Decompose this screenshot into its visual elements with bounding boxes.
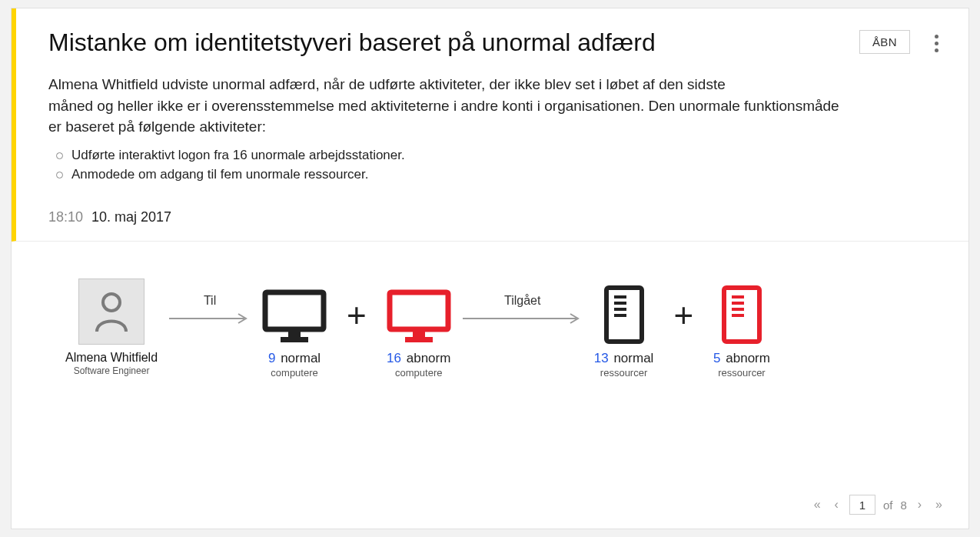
- server-icon: [603, 279, 645, 345]
- svg-rect-13: [614, 314, 626, 317]
- plus-icon: +: [673, 299, 693, 332]
- alert-title: Mistanke om identitetstyveri baseret på …: [48, 28, 932, 57]
- svg-rect-16: [732, 302, 744, 305]
- user-avatar-icon: [78, 279, 145, 345]
- svg-rect-2: [265, 292, 324, 329]
- svg-rect-18: [732, 314, 744, 317]
- resources-normal-node: 13 normal ressourcer: [594, 279, 654, 379]
- svg-rect-6: [413, 331, 425, 337]
- activity-item: Udførte interaktivt logon fra 16 unormal…: [56, 145, 932, 165]
- user-name: Almena Whitfield: [65, 351, 158, 365]
- arrow-accessed: Tilgået: [457, 294, 588, 326]
- activity-diagram: Almena Whitfield Software Engineer Til 9: [12, 242, 968, 379]
- user-role: Software Engineer: [74, 365, 150, 376]
- metric: 5 abnorm: [713, 351, 770, 366]
- pager-current-input[interactable]: [849, 495, 875, 515]
- open-button[interactable]: ÅBN: [859, 30, 910, 54]
- arrow-label: Tilgået: [504, 294, 540, 308]
- timestamp: 18:10 10. maj 2017: [48, 209, 932, 225]
- metric-sub: ressourcer: [600, 367, 647, 379]
- computers-normal-node: 9 normal computere: [262, 279, 327, 379]
- description-line: er baseret på følgende aktiviteter:: [48, 118, 266, 135]
- arrow-icon: [461, 311, 584, 326]
- metric-label: abnorm: [726, 351, 770, 365]
- metric-sub: computere: [271, 367, 317, 379]
- server-icon: [721, 279, 762, 345]
- activity-item: Anmodede om adgang til fem unormale ress…: [56, 165, 932, 185]
- metric: 16 abnorm: [387, 351, 450, 366]
- metric-label: abnorm: [407, 351, 451, 365]
- svg-rect-5: [390, 292, 448, 329]
- svg-rect-17: [732, 308, 744, 311]
- svg-rect-7: [405, 337, 433, 342]
- pager-prev-icon[interactable]: ‹: [832, 496, 842, 513]
- alert-card: Mistanke om identitetstyveri baseret på …: [11, 8, 969, 529]
- pager-total: 8: [900, 499, 906, 512]
- metric-label: normal: [613, 351, 653, 365]
- metric-count: 13: [594, 351, 609, 365]
- activity-list: Udførte interaktivt logon fra 16 unormal…: [56, 145, 932, 185]
- more-menu-icon[interactable]: [925, 30, 947, 56]
- pager-of-label: of: [883, 499, 893, 512]
- svg-point-0: [103, 294, 120, 311]
- user-node: Almena Whitfield Software Engineer: [65, 279, 158, 376]
- computers-abnormal-node: 16 abnorm computere: [387, 279, 451, 379]
- monitor-icon: [387, 279, 451, 345]
- metric-count: 16: [387, 351, 401, 365]
- alert-header: Mistanke om identitetstyveri baseret på …: [12, 8, 968, 242]
- svg-rect-3: [288, 331, 301, 337]
- svg-rect-10: [614, 295, 626, 299]
- svg-rect-15: [732, 295, 744, 299]
- description-line: Almena Whitfield udviste unormal adfærd,…: [48, 76, 726, 92]
- pager: « ‹ of 8 › »: [811, 495, 945, 515]
- time-value: 18:10: [48, 209, 83, 225]
- plus-icon: +: [347, 299, 367, 332]
- metric-label: normal: [281, 351, 321, 365]
- monitor-icon: [262, 279, 327, 345]
- date-value: 10. maj 2017: [91, 209, 171, 225]
- pager-last-icon[interactable]: »: [932, 496, 945, 513]
- metric-sub: computere: [395, 367, 442, 379]
- metric-sub: ressourcer: [718, 367, 765, 379]
- svg-rect-11: [614, 302, 626, 305]
- arrow-icon: [168, 311, 252, 326]
- metric: 13 normal: [594, 351, 654, 366]
- metric-count: 9: [268, 351, 275, 365]
- svg-rect-12: [614, 308, 626, 311]
- description-line: måned og heller ikke er i overensstemmel…: [48, 98, 839, 114]
- alert-description: Almena Whitfield udviste unormal adfærd,…: [48, 74, 894, 138]
- svg-rect-4: [281, 337, 308, 342]
- metric: 9 normal: [268, 351, 321, 366]
- pager-next-icon[interactable]: ›: [915, 496, 925, 513]
- arrow-label: Til: [204, 294, 216, 308]
- metric-count: 5: [713, 351, 720, 365]
- pager-first-icon[interactable]: «: [811, 496, 824, 513]
- resources-abnormal-node: 5 abnorm ressourcer: [713, 279, 770, 379]
- arrow-to: Til: [164, 294, 256, 326]
